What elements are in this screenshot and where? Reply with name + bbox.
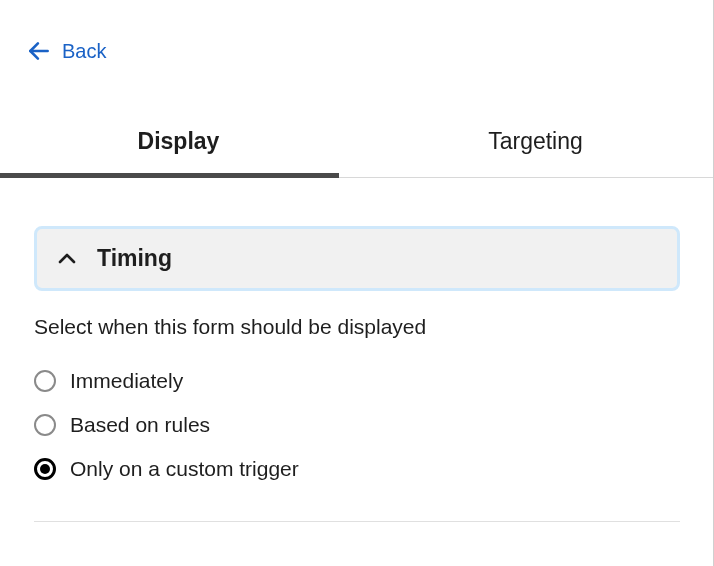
- radio-icon: [34, 414, 56, 436]
- tab-display[interactable]: Display: [0, 104, 357, 177]
- section-hint: Select when this form should be displaye…: [34, 315, 680, 339]
- section-title: Timing: [97, 245, 172, 272]
- chevron-up-icon: [55, 247, 79, 271]
- arrow-left-icon: [26, 38, 52, 64]
- tabs-container: Display Targeting: [0, 104, 714, 178]
- section-header-timing[interactable]: Timing: [34, 226, 680, 291]
- back-button[interactable]: Back: [0, 0, 106, 64]
- option-label: Only on a custom trigger: [70, 457, 299, 481]
- option-label: Based on rules: [70, 413, 210, 437]
- radio-group-timing: Immediately Based on rules Only on a cus…: [34, 359, 680, 491]
- tab-label: Targeting: [488, 128, 583, 154]
- tab-label: Display: [138, 128, 220, 154]
- back-label: Back: [62, 40, 106, 63]
- divider: [34, 521, 680, 522]
- option-custom-trigger[interactable]: Only on a custom trigger: [34, 447, 680, 491]
- option-based-on-rules[interactable]: Based on rules: [34, 403, 680, 447]
- radio-icon: [34, 370, 56, 392]
- radio-icon: [34, 458, 56, 480]
- content: Timing Select when this form should be d…: [0, 178, 714, 522]
- option-label: Immediately: [70, 369, 183, 393]
- tab-targeting[interactable]: Targeting: [357, 104, 714, 177]
- option-immediately[interactable]: Immediately: [34, 359, 680, 403]
